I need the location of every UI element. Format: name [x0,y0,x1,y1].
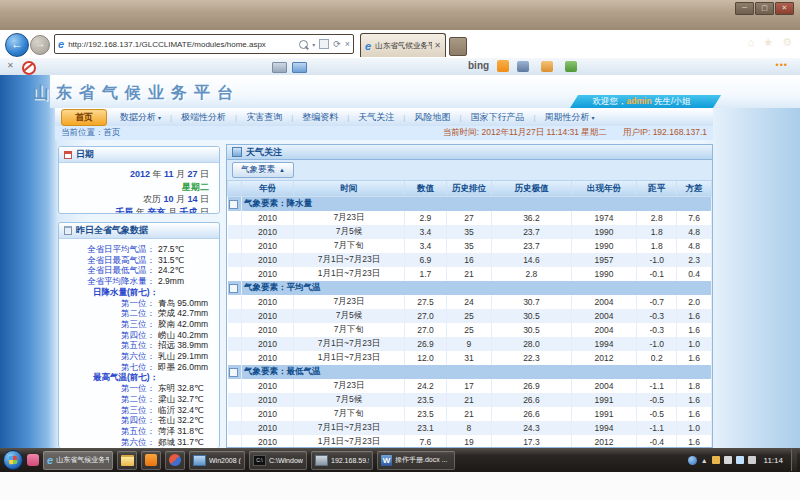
table-cell: -0.4 [637,435,677,448]
nav-item-7[interactable]: 风险地图 [405,111,459,124]
expand-cell [228,351,242,365]
stat-value: 胶南 42.0mm [158,319,208,330]
tray-expand-icon[interactable]: ▲ [701,457,708,464]
expand-checkbox-icon[interactable] [229,200,238,209]
nav-item-4[interactable]: 灾害查询 [237,111,291,124]
community-icon[interactable] [565,61,577,72]
speaker-icon[interactable] [748,456,756,464]
stat-value: 27.5℃ [158,244,184,255]
compatibility-view-icon[interactable] [319,39,329,49]
ranking-item: 第一位：东明 32.8℃ [59,383,215,394]
table-cell: 2010 [242,239,294,253]
element-group-row[interactable]: 气象要素：平均气温 [228,281,712,295]
stat-value: 临沂 32.4℃ [158,405,203,416]
ranking-item: 第五位：菏泽 31.8℃ [59,426,215,437]
remote-desktop-icon [315,455,328,466]
welcome-prefix: 欢迎您， [593,96,627,106]
show-desktop-button[interactable] [791,449,797,471]
back-button[interactable]: ← [5,33,29,57]
toolbar-close-icon[interactable]: ✕ [7,61,14,70]
search-icon[interactable] [299,40,308,49]
table-row: 20107月5候3.43523.719901.84.8 [228,225,712,239]
home-icon[interactable]: ⌂ [748,36,755,49]
nav-item-label: 整编资料 [302,112,338,122]
table-cell: 1.6 [677,351,712,365]
table-cell: 23.7 [492,239,571,253]
element-group-row[interactable]: 气象要素：降水量 [228,197,712,212]
pinned-app-icon[interactable] [27,454,39,466]
column-header: 距平 [637,181,677,197]
current-time-label: 当前时间: 2012年11月27日 11:14:31 星期二 [443,127,607,139]
table-cell: 7月23日 [293,379,404,393]
wallet-icon[interactable] [517,61,529,72]
taskbar-task[interactable] [117,451,137,470]
stat-label: 第五位： [59,340,155,351]
forward-button[interactable]: → [30,35,50,55]
table-cell: 2010 [242,253,294,267]
network-icon[interactable] [736,456,744,464]
favorites-star-icon[interactable]: ★ [763,36,773,49]
element-group-row[interactable]: 气象要素：最低气温 [228,365,712,379]
browser-tab[interactable]: e 山东省气候业务平... ✕ [360,33,446,57]
element-filter-button[interactable]: 气象要素 ▲ [232,162,294,178]
tab-close-icon[interactable]: ✕ [434,41,441,50]
table-cell: 36.2 [492,211,571,225]
table-cell: 7月5候 [293,225,404,239]
nav-item-9[interactable]: 周期性分析▾ [536,111,604,124]
expand-column-header [228,181,242,197]
taskbar-task[interactable] [165,451,185,470]
new-tab-button[interactable] [449,37,467,56]
taskbar-task[interactable]: Win2008 (VS2... [189,451,245,470]
table-cell: 1.6 [677,309,712,323]
expand-checkbox-icon[interactable] [229,284,238,293]
url-text[interactable]: http://192.168.137.1/GLCCLIMATE/modules/… [68,40,299,49]
start-button[interactable] [3,450,23,470]
tray-app-icon[interactable] [688,456,697,465]
maximize-button[interactable]: ▢ [755,2,774,15]
stop-icon[interactable]: × [345,39,350,49]
sparkle-icon[interactable] [541,61,553,72]
table-cell: 0.4 [677,267,712,281]
nav-item-5[interactable]: 整编资料 [293,111,347,124]
table-cell: 1.6 [677,393,712,407]
address-bar[interactable]: e http://192.168.137.1/GLCCLIMATE/module… [54,34,354,54]
taskbar-task[interactable]: 192.168.59.99... [311,451,373,470]
weather-watch-panel: 气象要素 ▲ 年份时间数值历史排位历史极值出现年份距平方差气象要素：降水量201… [226,160,713,448]
addon-logo-icon[interactable] [22,61,36,75]
orange-search-icon[interactable] [497,60,509,72]
card-icon[interactable] [272,62,287,73]
nav-item-6[interactable]: 天气关注 [349,111,403,124]
nav-item-1[interactable]: 首页 [61,109,107,126]
nav-item-label: 周期性分析 [545,112,590,122]
stat-label: 全省日最高气温： [59,255,155,266]
mail-icon[interactable] [292,62,307,73]
minimize-button[interactable]: ─ [735,2,754,15]
table-cell: 1.0 [677,337,712,351]
search-dropdown-icon[interactable]: ▾ [312,41,315,48]
table-cell: 1957 [571,253,637,267]
table-row: 20107月1日~7月23日26.9928.01994-1.01.0 [228,337,712,351]
panel-icon [232,147,242,157]
taskbar-clock[interactable]: 11:14 [764,456,783,465]
taskbar-task[interactable]: W操作手册.docx ... [377,451,455,470]
table-cell: 27.5 [405,295,447,309]
refresh-icon[interactable]: ⟳ [333,39,341,49]
close-button[interactable]: ✕ [775,2,794,15]
nav-item-2[interactable]: 数据分析▾ [111,111,170,124]
expand-checkbox-icon[interactable] [229,368,238,377]
nav-item-8[interactable]: 国家下行产品 [461,111,533,124]
page-content: 山东省气候业务平台 欢迎您，admin 先生/小姐 首页数据分析▾|极端性分析|… [0,75,800,448]
tools-gear-icon[interactable]: ⚙ [782,36,792,49]
table-cell: 2010 [242,267,294,281]
stat-label: 第五位： [59,426,155,437]
bing-logo[interactable]: bing [468,60,489,71]
flag-icon[interactable] [724,456,732,464]
taskbar-task[interactable]: e山东省气候业务平... [43,451,113,470]
action-center-icon[interactable] [712,456,720,464]
nav-item-3[interactable]: 极端性分析 [172,111,235,124]
table-cell: 2012 [571,435,637,448]
table-cell: 23.7 [492,225,571,239]
toolbar-more-button[interactable]: ••• [776,60,788,70]
taskbar-task[interactable] [141,451,161,470]
taskbar-task[interactable]: C:\C:\Windows\s... [249,451,307,470]
